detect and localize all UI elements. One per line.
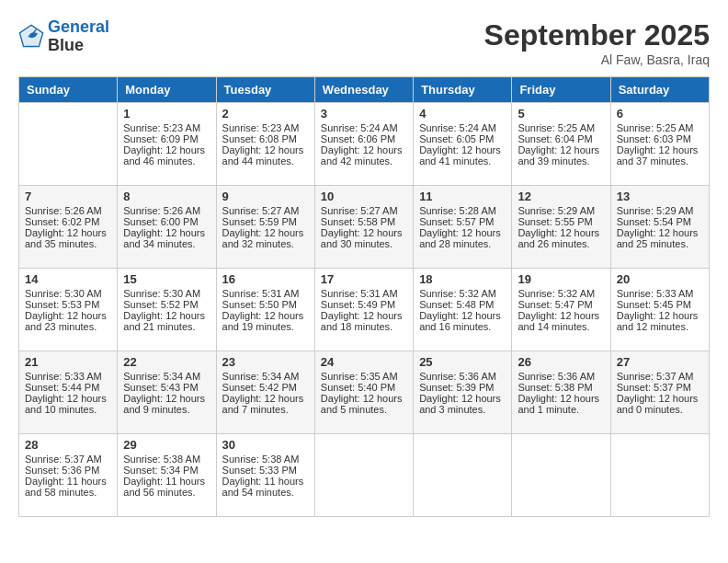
day-number: 19 bbox=[518, 272, 604, 286]
sunrise-text: Sunrise: 5:29 AM bbox=[518, 205, 595, 216]
sunset-text: Sunset: 5:50 PM bbox=[222, 299, 297, 310]
sunrise-text: Sunrise: 5:24 AM bbox=[321, 122, 398, 133]
col-header-sunday: Sunday bbox=[19, 77, 118, 103]
sunset-text: Sunset: 6:04 PM bbox=[518, 133, 592, 144]
sunset-text: Sunset: 5:40 PM bbox=[321, 382, 395, 393]
daylight-text: Daylight: 12 hours and 7 minutes. bbox=[222, 393, 304, 415]
logo-line2: Blue bbox=[48, 37, 109, 55]
sunset-text: Sunset: 5:45 PM bbox=[617, 299, 691, 310]
daylight-text: Daylight: 12 hours and 18 minutes. bbox=[321, 310, 403, 332]
week-row-2: 7 Sunrise: 5:26 AM Sunset: 6:02 PM Dayli… bbox=[19, 186, 710, 269]
daylight-text: Daylight: 12 hours and 35 minutes. bbox=[25, 227, 107, 249]
day-number: 26 bbox=[518, 355, 604, 369]
calendar-cell: 24 Sunrise: 5:35 AM Sunset: 5:40 PM Dayl… bbox=[314, 351, 413, 434]
daylight-text: Daylight: 12 hours and 28 minutes. bbox=[419, 227, 501, 249]
sunrise-text: Sunrise: 5:30 AM bbox=[25, 288, 102, 299]
calendar-cell: 12 Sunrise: 5:29 AM Sunset: 5:55 PM Dayl… bbox=[512, 186, 610, 269]
calendar-cell: 13 Sunrise: 5:29 AM Sunset: 5:54 PM Dayl… bbox=[610, 186, 709, 269]
calendar-cell: 10 Sunrise: 5:27 AM Sunset: 5:58 PM Dayl… bbox=[314, 186, 413, 269]
daylight-text: Daylight: 12 hours and 46 minutes. bbox=[123, 144, 205, 167]
sunrise-text: Sunrise: 5:23 AM bbox=[222, 122, 300, 133]
sunset-text: Sunset: 5:38 PM bbox=[518, 382, 592, 393]
day-number: 25 bbox=[419, 355, 506, 369]
calendar-cell: 8 Sunrise: 5:26 AM Sunset: 6:00 PM Dayli… bbox=[118, 186, 216, 269]
sunrise-text: Sunrise: 5:35 AM bbox=[321, 371, 398, 382]
day-number: 20 bbox=[617, 272, 703, 286]
sunset-text: Sunset: 6:03 PM bbox=[617, 133, 691, 144]
daylight-text: Daylight: 11 hours and 54 minutes. bbox=[222, 476, 304, 498]
sunrise-text: Sunrise: 5:38 AM bbox=[123, 454, 200, 465]
daylight-text: Daylight: 12 hours and 12 minutes. bbox=[617, 310, 699, 332]
page-header: General Blue September 2025 Al Faw, Basr… bbox=[18, 18, 710, 67]
calendar-cell: 21 Sunrise: 5:33 AM Sunset: 5:44 PM Dayl… bbox=[19, 351, 118, 434]
daylight-text: Daylight: 12 hours and 10 minutes. bbox=[25, 393, 107, 415]
sunrise-text: Sunrise: 5:36 AM bbox=[518, 371, 595, 382]
calendar-cell bbox=[19, 103, 118, 186]
daylight-text: Daylight: 11 hours and 56 minutes. bbox=[123, 476, 205, 498]
day-number: 16 bbox=[222, 272, 309, 286]
col-header-tuesday: Tuesday bbox=[216, 77, 314, 103]
calendar-cell bbox=[414, 434, 512, 517]
sunset-text: Sunset: 5:52 PM bbox=[123, 299, 198, 310]
calendar-cell: 11 Sunrise: 5:28 AM Sunset: 5:57 PM Dayl… bbox=[414, 186, 512, 269]
day-number: 27 bbox=[617, 355, 703, 369]
daylight-text: Daylight: 12 hours and 23 minutes. bbox=[25, 310, 107, 332]
sunset-text: Sunset: 6:09 PM bbox=[123, 133, 198, 144]
sunrise-text: Sunrise: 5:25 AM bbox=[617, 122, 694, 133]
sunrise-text: Sunrise: 5:30 AM bbox=[123, 288, 200, 299]
sunrise-text: Sunrise: 5:37 AM bbox=[617, 371, 694, 382]
sunrise-text: Sunrise: 5:34 AM bbox=[123, 371, 200, 382]
daylight-text: Daylight: 12 hours and 25 minutes. bbox=[617, 227, 699, 249]
day-number: 13 bbox=[617, 190, 703, 203]
day-number: 2 bbox=[222, 107, 309, 121]
sunrise-text: Sunrise: 5:38 AM bbox=[222, 454, 300, 465]
sunset-text: Sunset: 5:55 PM bbox=[518, 216, 592, 227]
sunset-text: Sunset: 6:02 PM bbox=[25, 216, 99, 227]
day-number: 21 bbox=[25, 355, 111, 369]
title-block: September 2025 Al Faw, Basra, Iraq bbox=[484, 18, 710, 67]
sunrise-text: Sunrise: 5:26 AM bbox=[123, 205, 200, 216]
daylight-text: Daylight: 12 hours and 16 minutes. bbox=[419, 310, 501, 332]
sunrise-text: Sunrise: 5:36 AM bbox=[419, 371, 496, 382]
calendar-cell: 20 Sunrise: 5:33 AM Sunset: 5:45 PM Dayl… bbox=[610, 269, 709, 351]
daylight-text: Daylight: 11 hours and 58 minutes. bbox=[25, 476, 107, 498]
day-number: 15 bbox=[123, 272, 210, 286]
day-number: 11 bbox=[419, 190, 506, 203]
calendar-cell bbox=[610, 434, 709, 517]
week-row-4: 21 Sunrise: 5:33 AM Sunset: 5:44 PM Dayl… bbox=[19, 351, 710, 434]
sunset-text: Sunset: 5:42 PM bbox=[222, 382, 297, 393]
location: Al Faw, Basra, Iraq bbox=[484, 52, 710, 67]
daylight-text: Daylight: 12 hours and 32 minutes. bbox=[222, 227, 304, 249]
calendar-cell: 17 Sunrise: 5:31 AM Sunset: 5:49 PM Dayl… bbox=[314, 269, 413, 351]
calendar-cell: 6 Sunrise: 5:25 AM Sunset: 6:03 PM Dayli… bbox=[610, 103, 709, 186]
sunrise-text: Sunrise: 5:28 AM bbox=[419, 205, 496, 216]
day-number: 28 bbox=[25, 438, 111, 452]
calendar-cell: 26 Sunrise: 5:36 AM Sunset: 5:38 PM Dayl… bbox=[512, 351, 610, 434]
day-number: 1 bbox=[123, 107, 210, 121]
calendar-cell: 9 Sunrise: 5:27 AM Sunset: 5:59 PM Dayli… bbox=[216, 186, 314, 269]
day-number: 10 bbox=[321, 190, 407, 203]
calendar-table: SundayMondayTuesdayWednesdayThursdayFrid… bbox=[18, 76, 710, 517]
sunrise-text: Sunrise: 5:31 AM bbox=[321, 288, 398, 299]
sunrise-text: Sunrise: 5:34 AM bbox=[222, 371, 300, 382]
sunrise-text: Sunrise: 5:27 AM bbox=[321, 205, 398, 216]
calendar-cell bbox=[512, 434, 610, 517]
sunset-text: Sunset: 5:49 PM bbox=[321, 299, 395, 310]
calendar-cell: 29 Sunrise: 5:38 AM Sunset: 5:34 PM Dayl… bbox=[118, 434, 216, 517]
sunrise-text: Sunrise: 5:33 AM bbox=[25, 371, 102, 382]
col-header-thursday: Thursday bbox=[414, 77, 512, 103]
daylight-text: Daylight: 12 hours and 9 minutes. bbox=[123, 393, 205, 415]
calendar-cell: 27 Sunrise: 5:37 AM Sunset: 5:37 PM Dayl… bbox=[610, 351, 709, 434]
day-number: 12 bbox=[518, 190, 604, 203]
month-title: September 2025 bbox=[484, 18, 710, 52]
header-row: SundayMondayTuesdayWednesdayThursdayFrid… bbox=[19, 77, 710, 103]
sunset-text: Sunset: 5:37 PM bbox=[617, 382, 691, 393]
sunset-text: Sunset: 6:08 PM bbox=[222, 133, 297, 144]
week-row-5: 28 Sunrise: 5:37 AM Sunset: 5:36 PM Dayl… bbox=[19, 434, 710, 517]
day-number: 29 bbox=[123, 438, 210, 452]
day-number: 24 bbox=[321, 355, 407, 369]
day-number: 23 bbox=[222, 355, 309, 369]
sunset-text: Sunset: 5:33 PM bbox=[222, 465, 297, 476]
daylight-text: Daylight: 12 hours and 41 minutes. bbox=[419, 144, 501, 167]
col-header-friday: Friday bbox=[512, 77, 610, 103]
